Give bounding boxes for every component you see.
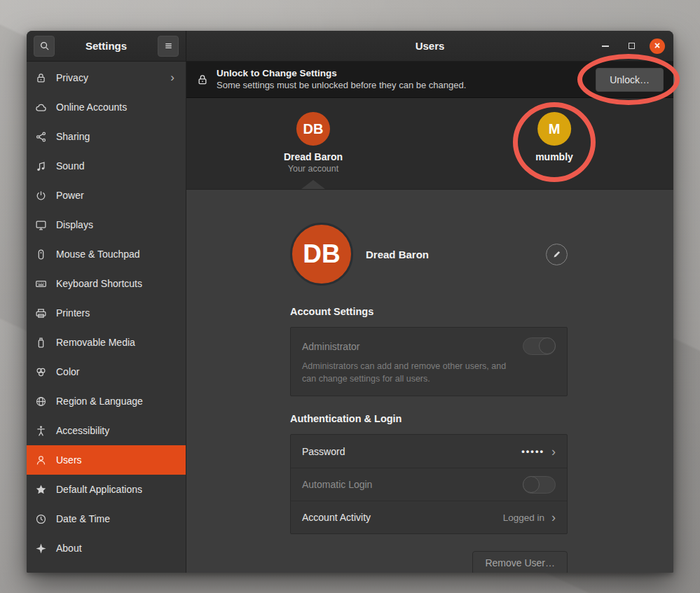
sidebar-item-accessibility[interactable]: Accessibility <box>27 416 186 445</box>
share-icon <box>35 131 47 143</box>
sidebar-item-label: Displays <box>56 219 177 230</box>
toggle-knob <box>539 337 556 354</box>
user-name: mumbly <box>535 151 573 162</box>
unlock-banner-title: Unlock to Change Settings <box>217 68 588 80</box>
accessibility-icon <box>35 425 47 437</box>
auth-login-card: Password ••••• › Automatic Login Account… <box>290 434 568 534</box>
sidebar-item-region-language[interactable]: Region & Language <box>27 386 186 416</box>
color-icon <box>35 366 47 378</box>
sidebar-list: Privacy›Online AccountsSharingSoundPower… <box>27 63 186 563</box>
user-card-dread-baron[interactable]: DBDread BaronYour account <box>284 112 343 174</box>
sidebar-item-printers[interactable]: Printers <box>27 298 186 328</box>
account-activity-row[interactable]: Account Activity Logged in › <box>291 501 567 533</box>
profile-name: Dread Baron <box>366 249 546 260</box>
administrator-row: Administrator Administrators can add and… <box>291 328 567 396</box>
unlock-banner-text: Unlock to Change Settings Some settings … <box>217 68 588 91</box>
search-button[interactable] <box>34 36 55 57</box>
avatar: M <box>537 112 571 146</box>
sidebar: Privacy›Online AccountsSharingSoundPower… <box>27 62 186 573</box>
about-icon <box>35 543 47 554</box>
account-settings-heading: Account Settings <box>290 306 568 317</box>
toggle-knob <box>523 476 540 493</box>
star-icon <box>35 484 47 496</box>
close-button[interactable]: × <box>650 39 665 54</box>
automatic-login-toggle[interactable] <box>523 476 556 494</box>
sound-icon <box>35 160 47 172</box>
sidebar-item-default-applications[interactable]: Default Applications <box>27 475 186 504</box>
unlock-button[interactable]: Unlock… <box>596 68 664 92</box>
mouse-icon <box>35 249 47 260</box>
account-activity-label: Account Activity <box>302 512 503 523</box>
password-row[interactable]: Password ••••• › <box>291 435 567 468</box>
keyboard-icon <box>35 278 47 290</box>
sidebar-item-date-time[interactable]: Date & Time <box>27 504 186 533</box>
administrator-label: Administrator <box>302 341 523 352</box>
sidebar-item-label: Accessibility <box>56 425 177 436</box>
carousel-selection-pointer <box>301 180 325 189</box>
remove-user-button[interactable]: Remove User… <box>472 551 568 573</box>
unlock-banner: Unlock to Change Settings Some settings … <box>186 62 673 98</box>
avatar: DB <box>290 223 353 286</box>
window-controls: × <box>598 31 665 61</box>
password-label: Password <box>302 446 521 457</box>
sidebar-item-privacy[interactable]: Privacy› <box>27 63 186 92</box>
power-icon <box>35 190 47 202</box>
sidebar-item-label: Color <box>56 366 177 377</box>
edit-name-button[interactable] <box>546 244 568 265</box>
user-carousel: DBDread BaronYour accountMmumbly <box>186 98 673 190</box>
auth-login-heading: Authentication & Login <box>290 413 568 424</box>
sidebar-title: Settings <box>85 40 127 52</box>
sidebar-item-online-accounts[interactable]: Online Accounts <box>27 92 186 122</box>
password-value: ••••• <box>521 446 544 456</box>
close-icon: × <box>654 41 660 50</box>
sidebar-item-color[interactable]: Color <box>27 357 186 386</box>
search-icon <box>39 41 50 51</box>
sidebar-item-removable-media[interactable]: Removable Media <box>27 328 186 357</box>
sidebar-item-sharing[interactable]: Sharing <box>27 122 186 151</box>
sidebar-item-sound[interactable]: Sound <box>27 151 186 181</box>
cloud-icon <box>35 102 47 113</box>
sidebar-item-keyboard-shortcuts[interactable]: Keyboard Shortcuts <box>27 269 186 298</box>
lock-icon <box>35 72 47 84</box>
account-activity-value: Logged in <box>503 512 544 523</box>
sidebar-item-mouse-touchpad[interactable]: Mouse & Touchpad <box>27 239 186 269</box>
sidebar-item-label: Removable Media <box>56 337 177 348</box>
profile-row: DB Dread Baron <box>290 222 568 286</box>
user-detail-panel: DB Dread Baron Account Settings Administ… <box>186 190 673 573</box>
automatic-login-row: Automatic Login <box>291 468 567 501</box>
sidebar-item-about[interactable]: About <box>27 533 186 563</box>
sidebar-item-label: Privacy <box>56 72 161 83</box>
menu-icon <box>163 41 174 51</box>
avatar: DB <box>296 112 330 146</box>
sidebar-item-power[interactable]: Power <box>27 181 186 210</box>
printer-icon <box>35 307 47 319</box>
minimize-icon <box>602 46 609 47</box>
sidebar-item-users[interactable]: Users <box>27 445 186 475</box>
administrator-toggle[interactable] <box>523 337 556 355</box>
titlebar: Settings Users × <box>27 31 673 62</box>
settings-window: Settings Users × Privacy›Online Accounts… <box>27 31 673 573</box>
sidebar-item-label: Online Accounts <box>56 102 177 113</box>
sidebar-item-displays[interactable]: Displays <box>27 210 186 239</box>
unlock-banner-subtitle: Some settings must be unlocked before th… <box>217 80 588 91</box>
chevron-right-icon: › <box>551 511 556 524</box>
sidebar-item-label: Date & Time <box>56 513 177 524</box>
chevron-right-icon: › <box>170 71 177 85</box>
sidebar-item-label: Power <box>56 190 177 201</box>
clock-icon <box>35 513 47 525</box>
user-subtitle: Your account <box>284 164 343 174</box>
main-headerbar: Users × <box>186 31 673 62</box>
sidebar-item-label: Printers <box>56 307 177 319</box>
menu-button[interactable] <box>158 36 179 57</box>
automatic-login-label: Automatic Login <box>302 479 523 490</box>
maximize-button[interactable] <box>624 39 639 54</box>
users-panel: Unlock to Change Settings Some settings … <box>186 62 673 573</box>
sidebar-item-label: Default Applications <box>56 484 177 495</box>
administrator-description: Administrators can add and remove other … <box>302 360 519 385</box>
users-icon <box>35 454 47 466</box>
user-name: Dread Baron <box>284 151 343 162</box>
sidebar-item-label: Keyboard Shortcuts <box>56 278 177 289</box>
user-card-mumbly[interactable]: Mmumbly <box>535 112 573 162</box>
minimize-button[interactable] <box>598 39 613 54</box>
display-icon <box>35 219 47 231</box>
